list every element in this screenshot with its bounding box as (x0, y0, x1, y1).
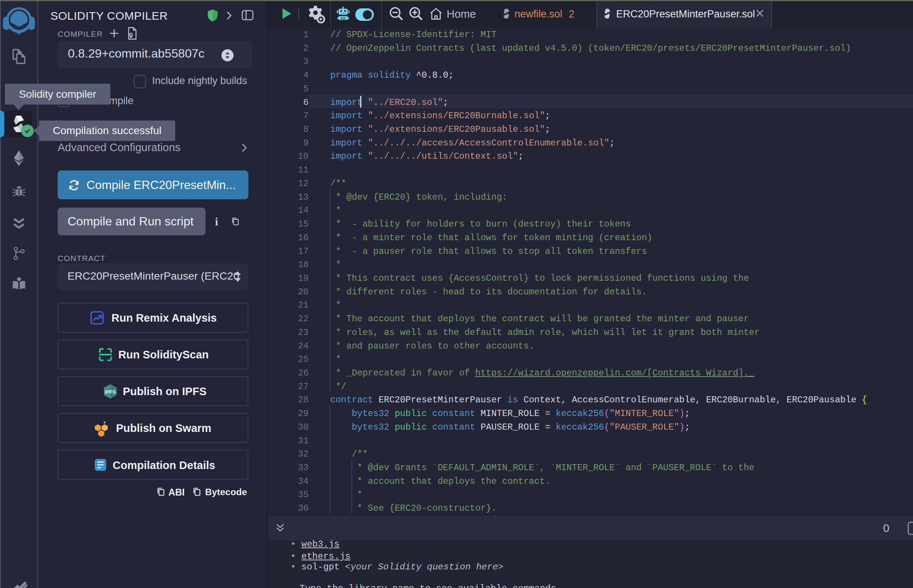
svg-text:IPFS: IPFS (105, 389, 116, 395)
